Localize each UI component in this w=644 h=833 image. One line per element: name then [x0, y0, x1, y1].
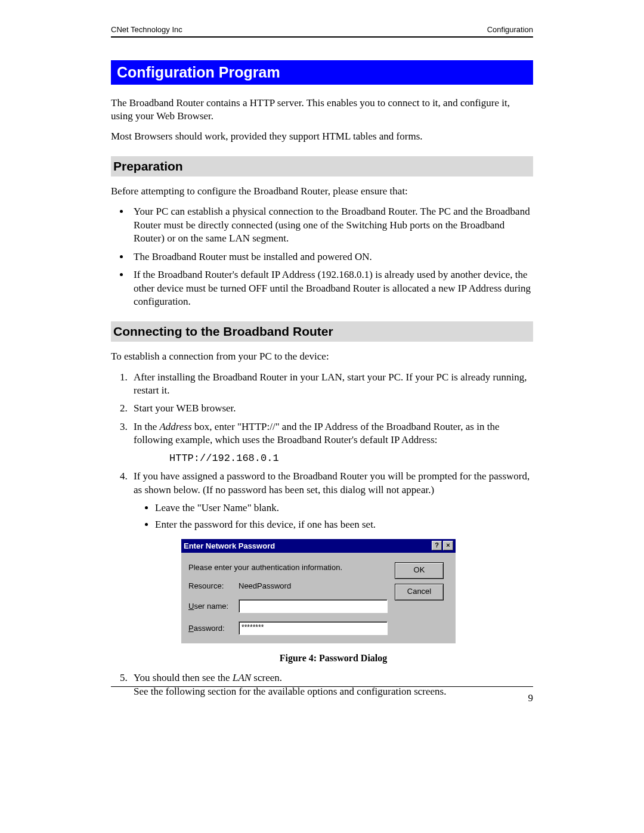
- dialog-instruction: Please enter your authentication informa…: [188, 562, 388, 572]
- main-title: Configuration Program: [111, 60, 533, 85]
- list-item: The Broadband Router must be installed a…: [130, 250, 533, 264]
- example-url: HTTP://192.168.0.1: [169, 452, 533, 465]
- dialog-body: Please enter your authentication informa…: [181, 553, 456, 643]
- password-input[interactable]: ********: [239, 621, 388, 635]
- preparation-list: Your PC can establish a physical connect…: [111, 205, 533, 308]
- preparation-heading: Preparation: [111, 156, 533, 176]
- step-1: After installing the Broadband Router in…: [130, 371, 533, 398]
- connecting-steps: After installing the Broadband Router in…: [111, 371, 533, 699]
- header-right: Configuration: [487, 25, 533, 34]
- password-dialog: Enter Network Password ? × Please enter …: [181, 539, 456, 643]
- intro-paragraph-2: Most Browsers should work, provided they…: [111, 130, 533, 143]
- dialog-titlebar: Enter Network Password ? ×: [181, 539, 456, 553]
- help-icon[interactable]: ?: [432, 541, 442, 550]
- page-header: CNet Technology Inc Configuration: [111, 25, 533, 38]
- page-number: 9: [528, 692, 534, 704]
- figure-caption: Figure 4: Password Dialog: [134, 652, 533, 664]
- connecting-heading: Connecting to the Broadband Router: [111, 321, 533, 342]
- resource-label: Resource:: [188, 581, 239, 591]
- username-label: User name:: [188, 601, 239, 611]
- header-left: CNet Technology Inc: [111, 25, 182, 34]
- ok-button[interactable]: OK: [395, 562, 444, 579]
- step-3: In the Address box, enter "HTTP://" and …: [130, 420, 533, 465]
- username-input[interactable]: [239, 599, 388, 613]
- step-4-sublist: Leave the "User Name" blank. Enter the p…: [134, 501, 533, 532]
- preparation-lead: Before attempting to configure the Broad…: [111, 185, 533, 198]
- cancel-button[interactable]: Cancel: [395, 584, 444, 600]
- intro-paragraph-1: The Broadband Router contains a HTTP ser…: [111, 97, 533, 123]
- resource-value: NeedPassword: [239, 581, 291, 591]
- list-item: If the Broadband Router's default IP Add…: [130, 268, 533, 308]
- step-5: You should then see the LAN screen. See …: [130, 671, 533, 698]
- step-2: Start your WEB browser.: [130, 402, 533, 415]
- password-label: Password:: [188, 623, 239, 633]
- footer-rule: [111, 686, 533, 687]
- list-item: Leave the "User Name" blank.: [155, 501, 533, 515]
- dialog-title-text: Enter Network Password: [184, 541, 275, 551]
- step-4: If you have assigned a password to the B…: [130, 470, 533, 664]
- close-icon[interactable]: ×: [443, 541, 453, 550]
- list-item: Enter the password for this device, if o…: [155, 518, 533, 531]
- list-item: Your PC can establish a physical connect…: [130, 205, 533, 245]
- connecting-lead: To establish a connection from your PC t…: [111, 350, 533, 363]
